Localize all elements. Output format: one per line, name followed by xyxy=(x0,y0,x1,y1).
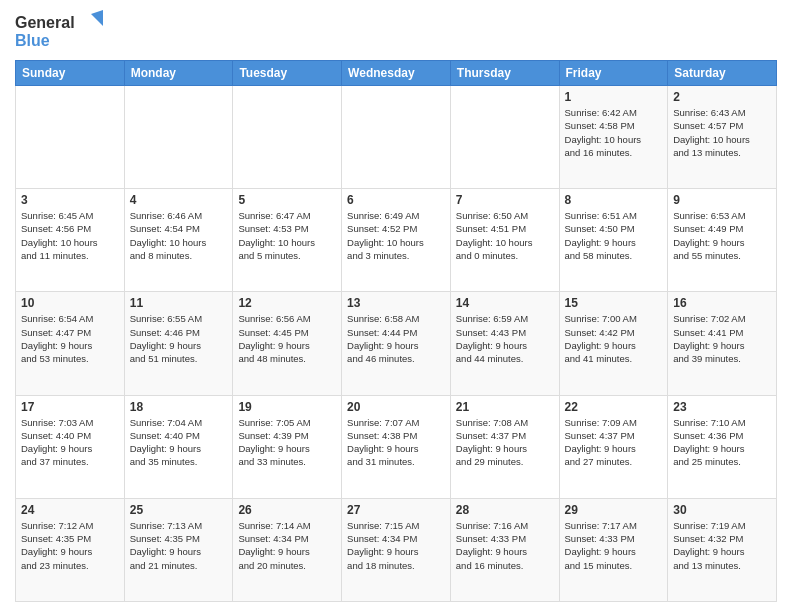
day-number: 27 xyxy=(347,503,445,517)
day-number: 2 xyxy=(673,90,771,104)
day-number: 17 xyxy=(21,400,119,414)
day-info: Sunrise: 6:54 AM Sunset: 4:47 PM Dayligh… xyxy=(21,312,119,365)
calendar-cell: 24Sunrise: 7:12 AM Sunset: 4:35 PM Dayli… xyxy=(16,498,125,601)
calendar-cell: 18Sunrise: 7:04 AM Sunset: 4:40 PM Dayli… xyxy=(124,395,233,498)
calendar-cell: 4Sunrise: 6:46 AM Sunset: 4:54 PM Daylig… xyxy=(124,189,233,292)
calendar-cell xyxy=(16,86,125,189)
calendar-cell: 13Sunrise: 6:58 AM Sunset: 4:44 PM Dayli… xyxy=(342,292,451,395)
calendar-cell xyxy=(450,86,559,189)
calendar-week-row: 17Sunrise: 7:03 AM Sunset: 4:40 PM Dayli… xyxy=(16,395,777,498)
day-info: Sunrise: 6:47 AM Sunset: 4:53 PM Dayligh… xyxy=(238,209,336,262)
day-info: Sunrise: 7:14 AM Sunset: 4:34 PM Dayligh… xyxy=(238,519,336,572)
day-info: Sunrise: 6:45 AM Sunset: 4:56 PM Dayligh… xyxy=(21,209,119,262)
day-number: 14 xyxy=(456,296,554,310)
day-number: 16 xyxy=(673,296,771,310)
day-info: Sunrise: 7:05 AM Sunset: 4:39 PM Dayligh… xyxy=(238,416,336,469)
calendar-cell: 20Sunrise: 7:07 AM Sunset: 4:38 PM Dayli… xyxy=(342,395,451,498)
day-number: 3 xyxy=(21,193,119,207)
calendar-cell: 21Sunrise: 7:08 AM Sunset: 4:37 PM Dayli… xyxy=(450,395,559,498)
day-number: 9 xyxy=(673,193,771,207)
day-info: Sunrise: 7:10 AM Sunset: 4:36 PM Dayligh… xyxy=(673,416,771,469)
calendar-cell: 29Sunrise: 7:17 AM Sunset: 4:33 PM Dayli… xyxy=(559,498,668,601)
calendar-cell: 22Sunrise: 7:09 AM Sunset: 4:37 PM Dayli… xyxy=(559,395,668,498)
day-number: 18 xyxy=(130,400,228,414)
calendar-cell: 14Sunrise: 6:59 AM Sunset: 4:43 PM Dayli… xyxy=(450,292,559,395)
day-number: 25 xyxy=(130,503,228,517)
calendar-week-row: 10Sunrise: 6:54 AM Sunset: 4:47 PM Dayli… xyxy=(16,292,777,395)
day-info: Sunrise: 7:17 AM Sunset: 4:33 PM Dayligh… xyxy=(565,519,663,572)
calendar-day-header: Tuesday xyxy=(233,61,342,86)
day-info: Sunrise: 6:43 AM Sunset: 4:57 PM Dayligh… xyxy=(673,106,771,159)
calendar-cell xyxy=(342,86,451,189)
calendar-cell: 23Sunrise: 7:10 AM Sunset: 4:36 PM Dayli… xyxy=(668,395,777,498)
page: General Blue SundayMondayTuesdayWednesda… xyxy=(0,0,792,612)
calendar-week-row: 24Sunrise: 7:12 AM Sunset: 4:35 PM Dayli… xyxy=(16,498,777,601)
calendar-cell xyxy=(124,86,233,189)
day-info: Sunrise: 6:42 AM Sunset: 4:58 PM Dayligh… xyxy=(565,106,663,159)
day-info: Sunrise: 7:09 AM Sunset: 4:37 PM Dayligh… xyxy=(565,416,663,469)
day-number: 22 xyxy=(565,400,663,414)
calendar-day-header: Sunday xyxy=(16,61,125,86)
day-info: Sunrise: 7:08 AM Sunset: 4:37 PM Dayligh… xyxy=(456,416,554,469)
day-number: 13 xyxy=(347,296,445,310)
svg-marker-2 xyxy=(91,10,103,26)
calendar-cell: 28Sunrise: 7:16 AM Sunset: 4:33 PM Dayli… xyxy=(450,498,559,601)
calendar-cell: 1Sunrise: 6:42 AM Sunset: 4:58 PM Daylig… xyxy=(559,86,668,189)
calendar-cell: 25Sunrise: 7:13 AM Sunset: 4:35 PM Dayli… xyxy=(124,498,233,601)
day-number: 29 xyxy=(565,503,663,517)
day-number: 30 xyxy=(673,503,771,517)
day-number: 10 xyxy=(21,296,119,310)
day-number: 4 xyxy=(130,193,228,207)
day-info: Sunrise: 6:49 AM Sunset: 4:52 PM Dayligh… xyxy=(347,209,445,262)
day-info: Sunrise: 6:59 AM Sunset: 4:43 PM Dayligh… xyxy=(456,312,554,365)
calendar-cell: 17Sunrise: 7:03 AM Sunset: 4:40 PM Dayli… xyxy=(16,395,125,498)
calendar-cell: 9Sunrise: 6:53 AM Sunset: 4:49 PM Daylig… xyxy=(668,189,777,292)
day-info: Sunrise: 6:58 AM Sunset: 4:44 PM Dayligh… xyxy=(347,312,445,365)
day-number: 19 xyxy=(238,400,336,414)
svg-text:General: General xyxy=(15,14,75,31)
day-number: 11 xyxy=(130,296,228,310)
calendar-table: SundayMondayTuesdayWednesdayThursdayFrid… xyxy=(15,60,777,602)
day-number: 1 xyxy=(565,90,663,104)
day-info: Sunrise: 6:55 AM Sunset: 4:46 PM Dayligh… xyxy=(130,312,228,365)
day-number: 12 xyxy=(238,296,336,310)
day-info: Sunrise: 7:15 AM Sunset: 4:34 PM Dayligh… xyxy=(347,519,445,572)
calendar-day-header: Wednesday xyxy=(342,61,451,86)
day-number: 6 xyxy=(347,193,445,207)
day-number: 24 xyxy=(21,503,119,517)
day-info: Sunrise: 7:03 AM Sunset: 4:40 PM Dayligh… xyxy=(21,416,119,469)
header: General Blue xyxy=(15,10,777,52)
calendar-cell: 26Sunrise: 7:14 AM Sunset: 4:34 PM Dayli… xyxy=(233,498,342,601)
calendar-cell: 16Sunrise: 7:02 AM Sunset: 4:41 PM Dayli… xyxy=(668,292,777,395)
day-info: Sunrise: 7:07 AM Sunset: 4:38 PM Dayligh… xyxy=(347,416,445,469)
day-number: 21 xyxy=(456,400,554,414)
calendar-cell: 5Sunrise: 6:47 AM Sunset: 4:53 PM Daylig… xyxy=(233,189,342,292)
calendar-cell xyxy=(233,86,342,189)
day-info: Sunrise: 6:46 AM Sunset: 4:54 PM Dayligh… xyxy=(130,209,228,262)
calendar-cell: 10Sunrise: 6:54 AM Sunset: 4:47 PM Dayli… xyxy=(16,292,125,395)
day-number: 7 xyxy=(456,193,554,207)
day-number: 8 xyxy=(565,193,663,207)
calendar-cell: 12Sunrise: 6:56 AM Sunset: 4:45 PM Dayli… xyxy=(233,292,342,395)
day-info: Sunrise: 7:04 AM Sunset: 4:40 PM Dayligh… xyxy=(130,416,228,469)
calendar-day-header: Monday xyxy=(124,61,233,86)
calendar-day-header: Friday xyxy=(559,61,668,86)
calendar-cell: 2Sunrise: 6:43 AM Sunset: 4:57 PM Daylig… xyxy=(668,86,777,189)
svg-text:Blue: Blue xyxy=(15,32,50,49)
day-info: Sunrise: 6:56 AM Sunset: 4:45 PM Dayligh… xyxy=(238,312,336,365)
calendar-week-row: 3Sunrise: 6:45 AM Sunset: 4:56 PM Daylig… xyxy=(16,189,777,292)
day-info: Sunrise: 7:16 AM Sunset: 4:33 PM Dayligh… xyxy=(456,519,554,572)
calendar-cell: 3Sunrise: 6:45 AM Sunset: 4:56 PM Daylig… xyxy=(16,189,125,292)
calendar-week-row: 1Sunrise: 6:42 AM Sunset: 4:58 PM Daylig… xyxy=(16,86,777,189)
calendar-day-header: Saturday xyxy=(668,61,777,86)
day-info: Sunrise: 7:13 AM Sunset: 4:35 PM Dayligh… xyxy=(130,519,228,572)
day-info: Sunrise: 6:53 AM Sunset: 4:49 PM Dayligh… xyxy=(673,209,771,262)
day-info: Sunrise: 7:02 AM Sunset: 4:41 PM Dayligh… xyxy=(673,312,771,365)
calendar-cell: 30Sunrise: 7:19 AM Sunset: 4:32 PM Dayli… xyxy=(668,498,777,601)
calendar-cell: 8Sunrise: 6:51 AM Sunset: 4:50 PM Daylig… xyxy=(559,189,668,292)
calendar-day-header: Thursday xyxy=(450,61,559,86)
calendar-cell: 11Sunrise: 6:55 AM Sunset: 4:46 PM Dayli… xyxy=(124,292,233,395)
day-number: 26 xyxy=(238,503,336,517)
day-number: 20 xyxy=(347,400,445,414)
day-number: 5 xyxy=(238,193,336,207)
